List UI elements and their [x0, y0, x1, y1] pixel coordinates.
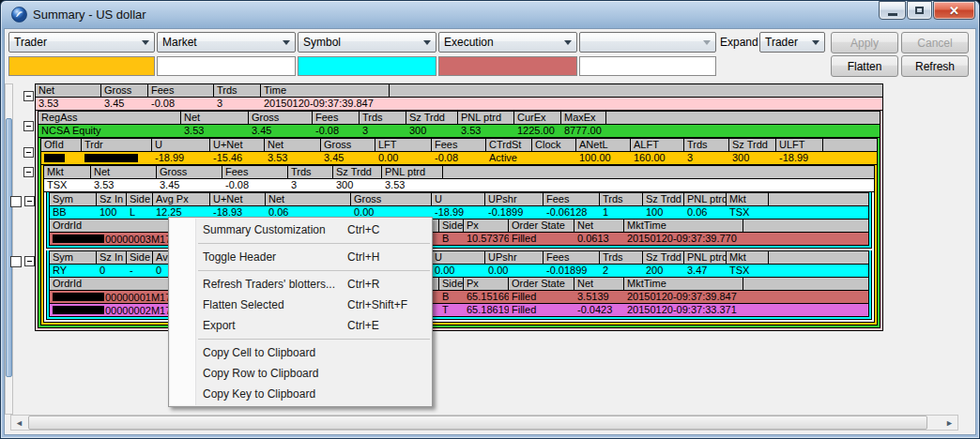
menu-item-flatten-selected[interactable]: Flatten Selected Ctrl+Shift+F	[169, 295, 432, 315]
regass-header-row-cell: Sz Trdd	[406, 112, 458, 124]
symbol-row-cell: -18.99	[432, 206, 485, 219]
account-header-row: NetGrossFeesTrdsTime	[36, 84, 882, 98]
regass-row-cell: 3.45	[249, 125, 313, 137]
symbol-row-cell: RY	[50, 265, 97, 277]
symbol-row-cell: TSX	[727, 265, 769, 277]
regass-row-cell: 8777.00	[561, 125, 606, 137]
order-row-cell: -0.0423	[574, 304, 624, 316]
account-summary-row-cell: 3	[214, 98, 261, 110]
symbol-ry-expander[interactable]	[24, 256, 35, 266]
menu-item-label: Copy Cell to Clipboard	[203, 346, 315, 359]
menu-item-label: Export	[203, 319, 236, 332]
order-row-cell: T	[439, 304, 464, 316]
account-summary-row[interactable]: 3.533.45-0.08320150120-09:37:39.847	[36, 98, 882, 111]
regass-row-expander[interactable]	[23, 121, 34, 131]
symbol-row-cell: TSX	[727, 206, 769, 219]
symbol-row-cell: -	[127, 265, 153, 277]
trader-header-row-cell: CTrdSt	[486, 139, 532, 151]
execution-filter-label: Execution	[444, 36, 494, 49]
symbol-row-cell: 200	[643, 265, 684, 277]
extra-filter-input[interactable]	[579, 56, 716, 76]
account-row-expander[interactable]	[23, 91, 34, 101]
market-filter-dropdown[interactable]: Market	[157, 32, 296, 53]
menu-item-label: Copy Row to Clipboard	[203, 367, 318, 380]
refresh-button[interactable]: Refresh	[901, 55, 969, 77]
trader-header-row-cell: U+Net	[210, 139, 265, 151]
order-header-row-filler	[743, 220, 868, 232]
symbol-row-filler	[769, 265, 868, 277]
symbol-row-cell: BB	[50, 206, 97, 219]
symbol-row-cell: 100	[643, 206, 684, 219]
trader-row-filler	[823, 152, 877, 164]
menu-item-export[interactable]: Export Ctrl+E	[169, 315, 432, 336]
symbol-bb-select-checkbox[interactable]	[10, 196, 22, 207]
account-header-row-cell: Gross	[101, 84, 148, 97]
symbol-header-row-cell: Mkt	[727, 251, 769, 264]
regass-header-row-cell: Gross	[249, 112, 313, 124]
trader-header-row-cell: Trdr	[82, 139, 152, 151]
flatten-button[interactable]: Flatten	[831, 55, 898, 77]
symbol-header-row-cell: UPshr	[485, 193, 544, 205]
order-row-filler	[743, 291, 868, 303]
menu-item-copy-cell[interactable]: Copy Cell to Clipboard	[169, 342, 432, 363]
menu-item-shortcut: Ctrl+E	[347, 319, 422, 332]
symbol-header-row-cell: Fees	[544, 251, 600, 264]
apply-button[interactable]: Apply	[831, 32, 898, 53]
symbol-row-cell: -0.01899	[544, 265, 600, 277]
trader-row-cell: 100.00	[576, 152, 631, 164]
account-header-row-filler	[390, 84, 882, 97]
apply-label: Apply	[850, 37, 879, 50]
trader-header-row-cell: Trds	[684, 139, 729, 151]
trader-header-row-filler	[823, 139, 877, 151]
market-header-row-cell: Gross	[157, 166, 222, 178]
regass-row[interactable]: NCSA Equity3.533.45-0.0833003.531225.008…	[38, 125, 880, 138]
menu-item-summary-customization[interactable]: Summary Customization Ctrl+C	[169, 220, 432, 240]
market-table: MktNetGrossFeesTrdsSz TrddPNL ptrdTSX3.5…	[43, 165, 875, 192]
menu-separator	[198, 270, 430, 271]
market-row-expander[interactable]	[23, 167, 34, 177]
symbol-header-row-cell: U	[432, 193, 485, 205]
trader-row-expander[interactable]	[23, 147, 34, 158]
horizontal-scrollbar[interactable]: ◄ ►	[10, 415, 958, 431]
symbol-ry-select-checkbox[interactable]	[10, 256, 22, 267]
order-header-row-cell: Side	[439, 220, 464, 232]
trader-filter-input[interactable]	[8, 56, 155, 76]
symbol-header-row-cell: U	[432, 251, 485, 264]
trader-row[interactable]: -18.99-15.463.533.450.00-0.08Active100.0…	[41, 152, 877, 165]
order-row-cell: 20150120-09:37:39.847	[624, 291, 743, 303]
cancel-button[interactable]: Cancel	[901, 32, 969, 53]
symbol-header-row-cell: Sz In	[97, 251, 127, 264]
chevron-down-icon	[564, 40, 572, 49]
trader-filter-dropdown[interactable]: Trader	[8, 32, 155, 53]
maximize-icon	[915, 7, 924, 14]
titlebar[interactable]: Summary - US dollar ✕	[1, 1, 979, 28]
minimize-button[interactable]	[879, 1, 906, 20]
horizontal-scrollbar-thumb[interactable]	[28, 416, 927, 430]
menu-item-copy-row[interactable]: Copy Row to Clipboard	[169, 363, 432, 384]
trader-row-cell: 0.00	[375, 152, 432, 164]
execution-filter-input[interactable]	[438, 56, 577, 76]
regass-header-row-cell: Trds	[360, 112, 406, 124]
trader-header-row-cell: ULFT	[776, 139, 823, 151]
market-filter-input[interactable]	[157, 56, 296, 76]
menu-item-toggle-header[interactable]: Toggle Header Ctrl+H	[169, 247, 432, 267]
expand-dropdown[interactable]: Trader	[759, 32, 825, 53]
execution-filter-dropdown[interactable]: Execution	[438, 32, 577, 53]
vertical-scrollbar[interactable]	[5, 83, 13, 415]
expand-label: Expand	[720, 36, 758, 49]
close-button[interactable]: ✕	[933, 1, 975, 20]
extra-filter-dropdown[interactable]	[579, 32, 716, 53]
order-header-row-filler	[743, 278, 868, 290]
scroll-right-arrow-icon[interactable]: ►	[942, 416, 957, 430]
market-row[interactable]: TSX3.533.45-0.0833003.53	[44, 179, 874, 192]
symbol-filter-input[interactable]	[298, 56, 436, 76]
scroll-left-arrow-icon[interactable]: ◄	[11, 416, 27, 430]
symbol-filter-dropdown[interactable]: Symbol	[298, 32, 436, 53]
order-header-row-cell: Net	[574, 278, 624, 290]
vertical-scrollbar-thumb[interactable]	[6, 118, 12, 377]
maximize-button[interactable]	[907, 1, 932, 20]
symbol-bb-expander[interactable]	[24, 196, 35, 206]
symbol-header-row-cell: Sym	[50, 251, 97, 264]
menu-item-refresh-traders-blotters[interactable]: Refresh Traders' blotters... Ctrl+R	[169, 274, 432, 295]
menu-item-copy-key[interactable]: Copy Key to Clipboard	[169, 384, 432, 404]
